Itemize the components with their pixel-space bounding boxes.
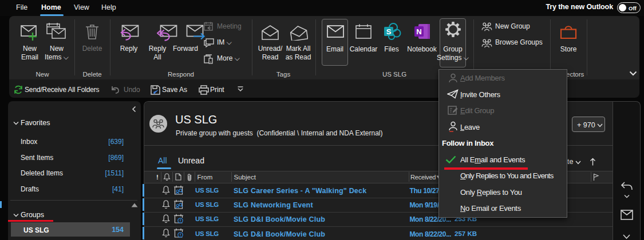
svg-text:S: S [386, 27, 392, 36]
svg-text:N: N [416, 27, 421, 36]
